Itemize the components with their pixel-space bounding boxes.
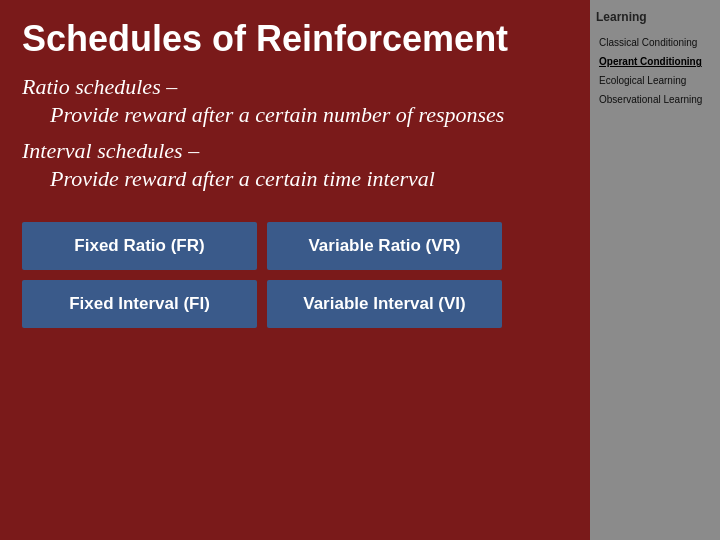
sidebar-item-observational[interactable]: Observational Learning [596,91,714,108]
page-title: Schedules of Reinforcement [22,18,568,60]
main-content: Schedules of Reinforcement Ratio schedul… [0,0,590,540]
interval-section: Interval schedules – Provide reward afte… [22,138,568,192]
sidebar-item-classical[interactable]: Classical Conditioning [596,34,714,51]
ratio-section: Ratio schedules – Provide reward after a… [22,74,568,128]
variable-ratio-button[interactable]: Variable Ratio (VR) [267,222,502,270]
sidebar-item-operant[interactable]: Operant Conditioning [596,53,714,70]
interval-body: Provide reward after a certain time inte… [22,166,568,192]
buttons-grid: Fixed Ratio (FR) Variable Ratio (VR) Fix… [22,222,502,328]
sidebar: Learning Classical Conditioning Operant … [590,0,720,540]
fixed-ratio-button[interactable]: Fixed Ratio (FR) [22,222,257,270]
interval-heading: Interval schedules – [22,138,568,164]
fixed-interval-button[interactable]: Fixed Interval (FI) [22,280,257,328]
sidebar-item-ecological[interactable]: Ecological Learning [596,72,714,89]
sidebar-label: Learning [596,10,714,24]
variable-interval-button[interactable]: Variable Interval (VI) [267,280,502,328]
ratio-heading: Ratio schedules – [22,74,568,100]
ratio-body: Provide reward after a certain number of… [22,102,568,128]
